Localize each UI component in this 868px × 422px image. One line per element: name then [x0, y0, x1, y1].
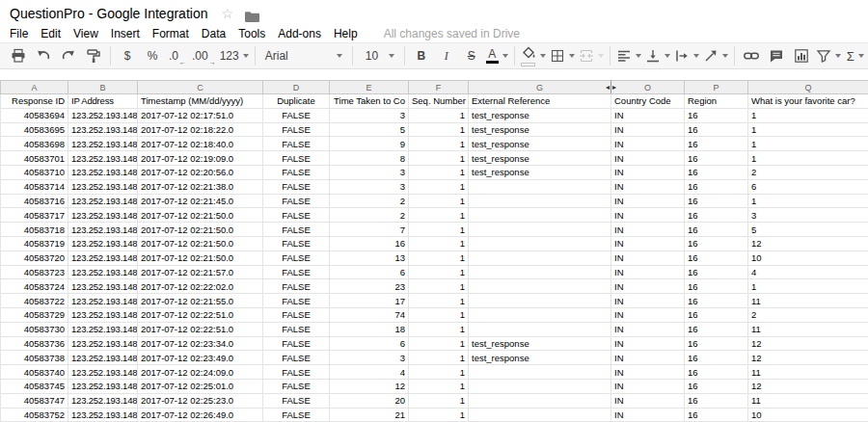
text-color-button[interactable]: A — [484, 44, 510, 67]
bold-button[interactable]: B — [409, 44, 434, 67]
column-header-B[interactable]: B — [68, 81, 138, 94]
cell[interactable]: 1 — [409, 336, 469, 351]
borders-button[interactable] — [548, 44, 577, 67]
cell[interactable]: 1 — [748, 137, 868, 151]
cell[interactable]: 1 — [409, 351, 469, 365]
italic-button[interactable]: I — [434, 44, 459, 67]
menu-file[interactable]: File — [10, 27, 28, 40]
field-header-cell[interactable]: External Reference — [469, 94, 611, 109]
document-title[interactable]: QuestionPro - Google Integration — [10, 6, 207, 21]
cell[interactable]: 2017-07-12 02:23:49.0 — [138, 351, 263, 365]
cell[interactable]: 1 — [409, 307, 469, 322]
cell[interactable]: 16 — [685, 379, 748, 393]
cell[interactable]: 40583745 — [1, 379, 68, 393]
cell[interactable]: 2 — [330, 208, 409, 223]
cell[interactable]: 2017-07-12 02:24:09.0 — [138, 365, 263, 380]
cell[interactable]: test_response — [469, 122, 611, 137]
cell[interactable] — [469, 208, 611, 223]
cell[interactable]: 16 — [685, 393, 748, 408]
cell[interactable]: IN — [611, 408, 685, 422]
cell[interactable]: 1 — [409, 165, 469, 179]
cell[interactable]: 13 — [330, 251, 409, 265]
cell[interactable]: FALSE — [263, 408, 330, 422]
cell[interactable]: 1 — [409, 108, 469, 122]
cell[interactable]: 23 — [330, 279, 409, 294]
column-header-C[interactable]: C — [138, 81, 263, 94]
cell[interactable]: 123.252.193.148 — [68, 365, 138, 380]
cell[interactable]: 40583729 — [1, 307, 68, 322]
cell[interactable]: 8 — [330, 151, 409, 166]
cell[interactable]: 5 — [330, 122, 409, 137]
cell[interactable]: IN — [611, 194, 685, 208]
cell[interactable]: 20 — [330, 393, 409, 408]
cell[interactable]: test_response — [469, 137, 611, 151]
menu-help[interactable]: Help — [334, 27, 358, 40]
cell[interactable]: FALSE — [263, 336, 330, 351]
cell[interactable]: 123.252.193.148 — [68, 165, 138, 179]
field-header-cell[interactable]: Timestamp (MM/dd/yyyy) — [138, 94, 263, 109]
cell[interactable]: 123.252.193.148 — [68, 179, 138, 194]
cell[interactable]: 4 — [748, 265, 868, 279]
cell[interactable]: FALSE — [263, 294, 330, 308]
cell[interactable]: 2 — [330, 194, 409, 208]
format-as-currency-button[interactable]: $ — [115, 44, 140, 67]
cell[interactable]: 40583719 — [1, 236, 68, 251]
cell[interactable]: 1 — [409, 122, 469, 137]
cell[interactable]: IN — [611, 165, 685, 179]
cell[interactable]: IN — [611, 208, 685, 223]
cell[interactable]: 3 — [330, 108, 409, 122]
cell[interactable]: 1 — [409, 223, 469, 237]
cell[interactable]: 11 — [748, 294, 868, 308]
decrease-decimal-places-button[interactable]: .0← — [165, 44, 190, 67]
cell[interactable]: test_response — [469, 151, 611, 166]
cell[interactable]: FALSE — [263, 137, 330, 151]
cell[interactable]: 16 — [685, 236, 748, 251]
cell[interactable]: 2017-07-12 02:25:23.0 — [138, 393, 263, 408]
cell[interactable]: 2017-07-12 02:25:01.0 — [138, 379, 263, 393]
cell[interactable]: 74 — [330, 307, 409, 322]
cell[interactable]: 16 — [685, 307, 748, 322]
expand-hidden-columns-left-icon[interactable]: ◂ — [606, 82, 610, 93]
cell[interactable]: IN — [611, 236, 685, 251]
cell[interactable]: 16 — [330, 236, 409, 251]
font-size-button[interactable]: 10 — [357, 43, 400, 68]
cell[interactable]: test_response — [469, 108, 611, 122]
cell[interactable]: 40583720 — [1, 251, 68, 265]
cell[interactable] — [469, 322, 611, 336]
cell[interactable]: 123.252.193.148 — [68, 307, 138, 322]
cell[interactable]: FALSE — [263, 279, 330, 294]
cell[interactable]: 16 — [685, 122, 748, 137]
cell[interactable]: 16 — [685, 251, 748, 265]
cell[interactable]: 2017-07-12 02:19:09.0 — [138, 151, 263, 166]
cell[interactable]: FALSE — [263, 122, 330, 137]
cell[interactable]: 1 — [409, 365, 469, 380]
cell[interactable]: 6 — [330, 336, 409, 351]
cell[interactable]: 16 — [685, 137, 748, 151]
cell[interactable]: 2017-07-12 02:21:50.0 — [138, 223, 263, 237]
star-icon[interactable]: ☆ — [221, 7, 233, 20]
cell[interactable]: FALSE — [263, 165, 330, 179]
cell[interactable]: IN — [611, 223, 685, 237]
cell[interactable] — [469, 365, 611, 380]
cell[interactable]: FALSE — [263, 265, 330, 279]
cell[interactable]: 11 — [748, 322, 868, 336]
cell[interactable]: IN — [611, 108, 685, 122]
cell[interactable]: 40583714 — [1, 179, 68, 194]
cell[interactable]: 123.252.193.148 — [68, 279, 138, 294]
cell[interactable]: 40583717 — [1, 208, 68, 223]
cell[interactable]: 1 — [409, 208, 469, 223]
cell[interactable]: test_response — [469, 336, 611, 351]
insert-link-button[interactable] — [739, 44, 764, 67]
cell[interactable]: 40583718 — [1, 223, 68, 237]
menu-add-ons[interactable]: Add-ons — [278, 27, 321, 40]
cell[interactable]: FALSE — [263, 365, 330, 380]
cell[interactable]: 16 — [685, 365, 748, 380]
cell[interactable] — [469, 223, 611, 237]
cell[interactable]: 16 — [685, 408, 748, 422]
cell[interactable]: 16 — [685, 151, 748, 166]
cell[interactable]: 40583724 — [1, 279, 68, 294]
cell[interactable]: 2017-07-12 02:17:51.0 — [138, 108, 263, 122]
cell[interactable]: 40583736 — [1, 336, 68, 351]
cell[interactable]: 16 — [685, 108, 748, 122]
cell[interactable]: 40583730 — [1, 322, 68, 336]
